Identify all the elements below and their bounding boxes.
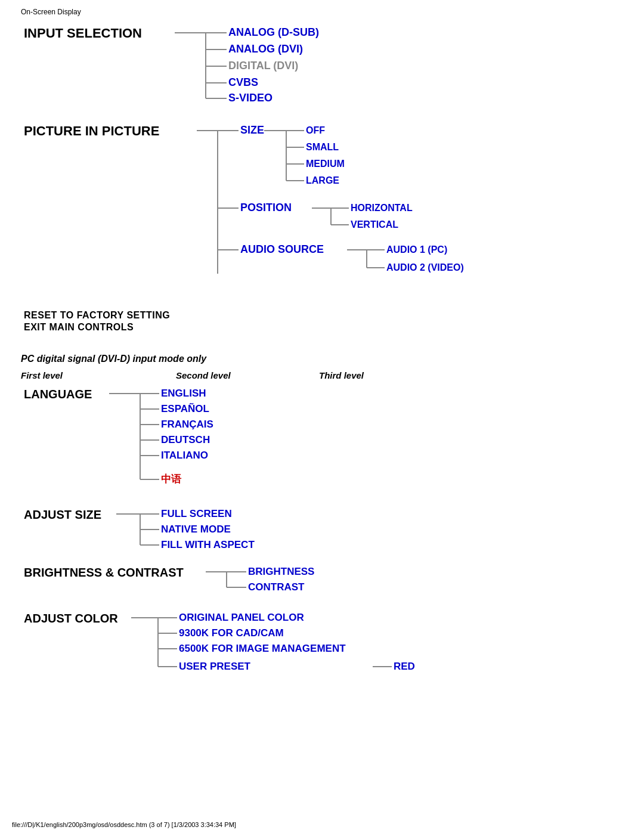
label-6500k: 6500K FOR IMAGE MANAGEMENT bbox=[179, 643, 346, 654]
label-english: ENGLISH bbox=[161, 388, 206, 399]
label-horizontal: HORIZONTAL bbox=[351, 203, 413, 213]
input-selection-svg: INPUT SELECTION ANALOG (D-SUB) ANALOG (D… bbox=[21, 22, 486, 114]
adjust-color-svg: ADJUST COLOR ORIGINAL PANEL COLOR 9300K … bbox=[21, 609, 558, 687]
label-digital-dvi: DIGITAL (DVI) bbox=[228, 60, 298, 72]
label-analog-dvi: ANALOG (DVI) bbox=[228, 43, 303, 55]
brightness-contrast-svg: BRIGHTNESS & CONTRAST BRIGHTNESS CONTRAS… bbox=[21, 563, 438, 605]
pip-svg: PICTURE IN PICTURE SIZE OFF SMALL bbox=[21, 120, 558, 305]
reset-factory-label: RESET TO FACTORY SETTING bbox=[24, 310, 170, 320]
label-francais: FRANÇAIS bbox=[161, 419, 213, 430]
adjust-size-svg: ADJUST SIZE FULL SCREEN NATIVE MODE FILL… bbox=[21, 506, 438, 559]
label-vertical: VERTICAL bbox=[351, 219, 398, 230]
adjust-size-group: ADJUST SIZE FULL SCREEN NATIVE MODE FILL… bbox=[21, 506, 623, 561]
columns-header: First level Second level Third level bbox=[21, 370, 623, 380]
label-native: NATIVE MODE bbox=[161, 524, 231, 535]
label-espanol: ESPAÑOL bbox=[161, 402, 209, 414]
label-svideo: S-VIDEO bbox=[228, 92, 273, 104]
footer-text: file:///D|/K1/english/200p3mg/osd/osddes… bbox=[12, 821, 236, 828]
language-group: LANGUAGE ENGLISH ESPAÑOL FRANÇAIS DEUTSC… bbox=[21, 385, 623, 503]
footer: file:///D|/K1/english/200p3mg/osd/osddes… bbox=[0, 821, 644, 828]
col-first-label: First level bbox=[21, 370, 176, 380]
label-contrast: CONTRAST bbox=[248, 581, 305, 593]
label-red: RED bbox=[394, 661, 415, 672]
exit-main-label: EXIT MAIN CONTROLS bbox=[24, 322, 134, 332]
label-user-preset: USER PRESET bbox=[179, 661, 251, 672]
input-selection-group: INPUT SELECTION ANALOG (D-SUB) ANALOG (D… bbox=[21, 22, 623, 116]
section1: INPUT SELECTION ANALOG (D-SUB) ANALOG (D… bbox=[21, 22, 623, 333]
label-cvbs: CVBS bbox=[228, 76, 258, 88]
label-fullscreen: FULL SCREEN bbox=[161, 508, 232, 519]
language-label: LANGUAGE bbox=[24, 388, 92, 401]
label-chinese: 中语 bbox=[161, 473, 182, 485]
pip-label: PICTURE IN PICTURE bbox=[24, 123, 159, 138]
section2: PC digital signal (DVI-D) input mode onl… bbox=[21, 354, 623, 689]
picture-in-picture-group: PICTURE IN PICTURE SIZE OFF SMALL bbox=[21, 120, 623, 306]
label-position: POSITION bbox=[240, 202, 292, 213]
bc-label: BRIGHTNESS & CONTRAST bbox=[24, 566, 184, 579]
top-label: On-Screen Display bbox=[21, 8, 623, 16]
label-original: ORIGINAL PANEL COLOR bbox=[179, 612, 304, 623]
label-9300k: 9300K FOR CAD/CAM bbox=[179, 627, 284, 639]
label-large: LARGE bbox=[306, 175, 339, 185]
adjust-size-label: ADJUST SIZE bbox=[24, 508, 101, 521]
brightness-contrast-group: BRIGHTNESS & CONTRAST BRIGHTNESS CONTRAS… bbox=[21, 563, 623, 607]
label-medium: MEDIUM bbox=[306, 159, 345, 169]
label-brightness: BRIGHTNESS bbox=[248, 566, 314, 577]
label-off: OFF bbox=[306, 125, 325, 135]
adjust-color-label: ADJUST COLOR bbox=[24, 612, 118, 625]
label-audio1: AUDIO 1 (PC) bbox=[386, 244, 447, 255]
label-audio-source: AUDIO SOURCE bbox=[240, 243, 324, 255]
exit-main: EXIT MAIN CONTROLS bbox=[24, 322, 623, 333]
adjust-color-group: ADJUST COLOR ORIGINAL PANEL COLOR 9300K … bbox=[21, 609, 623, 689]
language-svg: LANGUAGE ENGLISH ESPAÑOL FRANÇAIS DEUTSC… bbox=[21, 385, 486, 501]
reset-factory: RESET TO FACTORY SETTING bbox=[24, 310, 623, 321]
col-second-label: Second level bbox=[176, 370, 319, 380]
mode-title: PC digital signal (DVI-D) input mode onl… bbox=[21, 354, 623, 364]
label-deutsch: DEUTSCH bbox=[161, 434, 210, 445]
input-selection-label: INPUT SELECTION bbox=[24, 26, 142, 41]
label-audio2: AUDIO 2 (VIDEO) bbox=[386, 262, 464, 272]
label-italiano: ITALIANO bbox=[161, 450, 208, 461]
label-analog-dsub: ANALOG (D-SUB) bbox=[228, 26, 319, 38]
label-small: SMALL bbox=[306, 142, 339, 152]
label-size: SIZE bbox=[240, 124, 264, 136]
col-third-label: Third level bbox=[319, 370, 438, 380]
label-fill: FILL WITH ASPECT bbox=[161, 539, 255, 550]
